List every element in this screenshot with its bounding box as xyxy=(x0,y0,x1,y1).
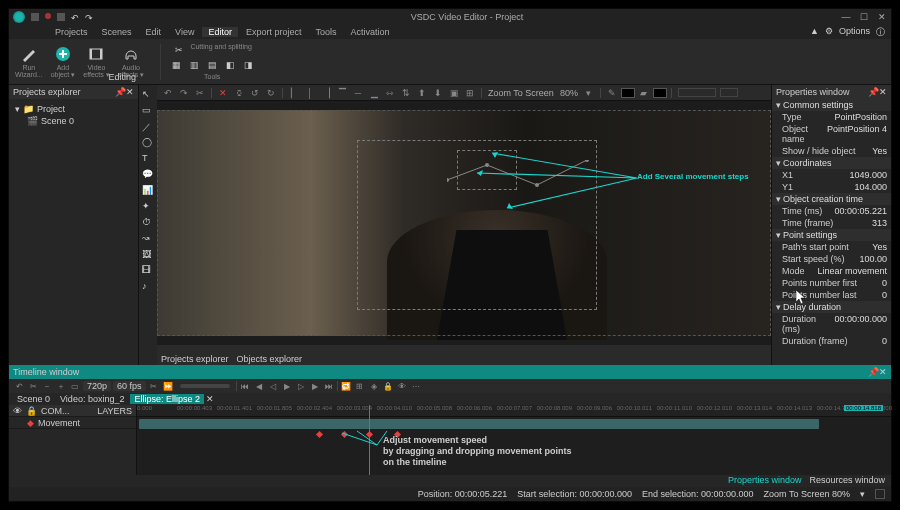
menu-tools[interactable]: Tools xyxy=(309,27,342,37)
selection-box-inner[interactable] xyxy=(457,150,517,190)
thickness-value[interactable] xyxy=(720,88,738,97)
preview-canvas[interactable]: Add Several movement steps xyxy=(157,101,771,345)
close-button[interactable]: ✕ xyxy=(877,12,887,22)
property-row[interactable]: Duration (ms)00:00:00.000 xyxy=(772,313,891,335)
next-frame-icon[interactable]: ▶ xyxy=(309,381,321,391)
keyframe[interactable] xyxy=(366,431,373,438)
panel-close-icon[interactable]: ✕ xyxy=(126,87,134,97)
group-button[interactable]: ▣ xyxy=(447,87,461,99)
open-icon[interactable] xyxy=(45,13,51,19)
minimize-button[interactable]: — xyxy=(841,12,851,22)
tab-resources[interactable]: Resources window xyxy=(809,475,885,487)
eye-icon[interactable]: 👁 xyxy=(13,406,22,416)
align-left-button[interactable]: ▏ xyxy=(287,87,301,99)
counter-tool-icon[interactable]: ⏱ xyxy=(142,217,154,229)
keyframe[interactable] xyxy=(316,431,323,438)
next-kf-icon[interactable]: ▷ xyxy=(295,381,307,391)
movement-tool-icon[interactable]: ↝ xyxy=(142,233,154,245)
add-object-button[interactable]: Add object ▾ xyxy=(51,45,76,78)
zoom-mode-label[interactable]: Zoom To Screen xyxy=(488,88,554,98)
section-header[interactable]: ▾Point settings xyxy=(772,229,891,241)
gear-icon[interactable]: ⚙ xyxy=(825,26,833,39)
property-row[interactable]: ModeLinear movement xyxy=(772,265,891,277)
tooltip-tool-icon[interactable]: 💬 xyxy=(142,169,154,181)
tree-node-project[interactable]: ▾ 📁 Project xyxy=(15,103,132,115)
tool-3-icon[interactable]: ▤ xyxy=(205,58,219,72)
align-top-button[interactable]: ▔ xyxy=(335,87,349,99)
tool-2-icon[interactable]: ▥ xyxy=(187,58,201,72)
property-row[interactable]: Points number last0 xyxy=(772,289,891,301)
tool-1-icon[interactable]: ▦ xyxy=(169,58,183,72)
align-middle-button[interactable]: ─ xyxy=(351,87,365,99)
rotate-ccw-button[interactable]: ↺ xyxy=(248,87,262,99)
selection-box-outer[interactable] xyxy=(357,140,597,310)
rect-tool-icon[interactable]: ▭ xyxy=(142,105,154,117)
keyframe[interactable] xyxy=(341,431,348,438)
maximize-button[interactable]: ☐ xyxy=(859,12,869,22)
thickness-input[interactable] xyxy=(678,88,716,97)
line-tool-icon[interactable]: ／ xyxy=(142,121,154,133)
delete-button[interactable]: ✕ xyxy=(216,87,230,99)
fill-color-icon[interactable]: ▰ xyxy=(637,87,651,99)
rotate-cw-button[interactable]: ↻ xyxy=(264,87,278,99)
property-row[interactable]: Y1104.000 xyxy=(772,181,891,193)
new-icon[interactable] xyxy=(31,13,39,21)
section-header[interactable]: ▾Delay duration xyxy=(772,301,891,313)
property-row[interactable]: Time (ms)00:00:05.221 xyxy=(772,205,891,217)
menu-export[interactable]: Export project xyxy=(240,27,308,37)
prev-kf-icon[interactable]: ◁ xyxy=(267,381,279,391)
align-center-button[interactable]: │ xyxy=(303,87,317,99)
play-icon[interactable]: ▶ xyxy=(281,381,293,391)
tool-5-icon[interactable]: ◨ xyxy=(241,58,255,72)
tl-eye-icon[interactable]: 👁 xyxy=(396,381,408,391)
chart-tool-icon[interactable]: 📊 xyxy=(142,185,154,197)
time-ruler[interactable]: 0.00000:00:00.40300:00:01.40100:00:01.80… xyxy=(137,405,891,417)
menu-editor[interactable]: Editor xyxy=(202,27,238,37)
tl-zoomout-icon[interactable]: − xyxy=(41,381,53,391)
save-icon[interactable] xyxy=(57,13,65,21)
snap-button[interactable]: ⊞ xyxy=(463,87,477,99)
text-tool-icon[interactable]: T xyxy=(142,153,154,165)
section-header[interactable]: ▾Coordinates xyxy=(772,157,891,169)
menu-view[interactable]: View xyxy=(169,27,200,37)
tl-speed-icon[interactable]: ⏩ xyxy=(162,381,174,391)
align-right-button[interactable]: ▕ xyxy=(319,87,333,99)
prev-frame-icon[interactable]: ◀ xyxy=(253,381,265,391)
pin-icon[interactable]: 📌 xyxy=(868,367,879,377)
property-row[interactable]: TypePointPosition xyxy=(772,111,891,123)
playhead[interactable] xyxy=(369,405,370,475)
menu-activation[interactable]: Activation xyxy=(344,27,395,37)
tl-more-icon[interactable]: ⋯ xyxy=(410,381,422,391)
crumb-close-icon[interactable]: ✕ xyxy=(206,394,214,404)
property-row[interactable]: Points number first0 xyxy=(772,277,891,289)
back-button[interactable]: ⬇ xyxy=(431,87,445,99)
tab-properties[interactable]: Properties window xyxy=(728,475,802,487)
cut-button[interactable]: ✂ xyxy=(193,87,207,99)
property-row[interactable]: Show / hide objectYes xyxy=(772,145,891,157)
tool-4-icon[interactable]: ◧ xyxy=(223,58,237,72)
undo-button[interactable]: ↶ xyxy=(161,87,175,99)
panel-close-icon[interactable]: ✕ xyxy=(879,87,887,97)
menu-edit[interactable]: Edit xyxy=(140,27,168,37)
property-row[interactable]: Path's start pointYes xyxy=(772,241,891,253)
tl-undo-icon[interactable]: ↶ xyxy=(13,381,25,391)
property-row[interactable]: X11049.000 xyxy=(772,169,891,181)
pin-icon[interactable]: 📌 xyxy=(115,87,126,97)
run-wizard-button[interactable]: Run Wizard... xyxy=(15,45,43,78)
video-tool-icon[interactable]: 🎞 xyxy=(142,265,154,277)
pen-color-icon[interactable]: ✎ xyxy=(605,87,619,99)
magnet-button[interactable]: ⧲ xyxy=(232,87,246,99)
info-icon[interactable]: ⓘ xyxy=(876,26,885,39)
chevron-down-icon[interactable]: ▾ xyxy=(860,489,865,499)
dist-v-button[interactable]: ⇅ xyxy=(399,87,413,99)
tl-split-icon[interactable]: ✂ xyxy=(148,381,160,391)
tl-zoomin-icon[interactable]: ＋ xyxy=(55,381,67,391)
horizontal-scrollbar[interactable] xyxy=(157,345,771,353)
undo-icon[interactable]: ↶ xyxy=(71,13,79,21)
dist-h-button[interactable]: ⇿ xyxy=(383,87,397,99)
crumb-video[interactable]: Video: boxing_2 xyxy=(56,394,128,404)
tl-snap-icon[interactable]: ⊞ xyxy=(354,381,366,391)
menu-scenes[interactable]: Scenes xyxy=(96,27,138,37)
tl-loop-icon[interactable]: 🔁 xyxy=(340,381,352,391)
movement-clip[interactable] xyxy=(139,419,819,429)
